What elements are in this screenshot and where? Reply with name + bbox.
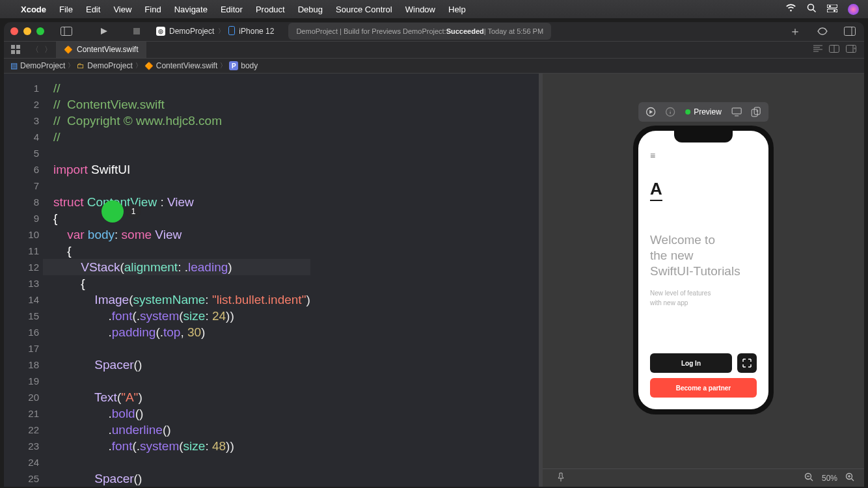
menubar-file[interactable]: File [59,5,73,14]
path-file[interactable]: ContentView.swift [156,61,218,70]
build-status[interactable]: DemoProject | Build for Previews DemoPro… [288,23,551,40]
back-icon[interactable]: 〈 [31,44,39,55]
zoom-level[interactable]: 50% [822,474,837,483]
preview-label: Preview [694,107,722,116]
svg-rect-8 [133,28,140,34]
xcode-window: ◎ DemoProject 〉 iPhone 12 DemoProject | … [4,22,864,487]
partner-button[interactable]: Become a partner [650,378,757,398]
spotlight-icon[interactable] [807,3,817,15]
preview-duplicate-icon[interactable]: + [748,105,765,119]
close-button[interactable] [10,27,18,35]
user-avatar-icon[interactable] [848,4,859,15]
window-toolbar: ◎ DemoProject 〉 iPhone 12 DemoProject | … [4,22,864,42]
svg-point-5 [834,10,835,12]
preview-status-dot-icon [685,109,690,115]
svg-rect-29 [732,108,741,114]
history-back-forward[interactable]: 〈 〉 [27,42,56,58]
minimap-icon[interactable] [813,45,822,55]
path-symbol[interactable]: body [241,61,258,70]
chevron-right-icon: 〉 [68,61,74,70]
project-icon: ▤ [10,61,18,70]
library-icon[interactable] [815,23,830,39]
current-line-highlight [43,259,310,275]
svg-rect-12 [11,45,15,49]
run-button[interactable] [96,23,112,39]
menubar-help[interactable]: Help [448,5,466,14]
vcs-annotation-badge[interactable] [102,200,124,223]
svg-rect-2 [827,5,837,8]
code-text[interactable]: // // ContentView.swift // Copyright © w… [53,80,310,487]
swift-file-icon: 🔶 [144,62,154,70]
preview-headline: Welcome to the new SwiftUI-Tutorials [650,232,757,279]
svg-rect-9 [229,26,235,34]
svg-line-40 [852,478,854,481]
inspector-toggle-icon[interactable] [842,23,858,39]
menubar-view[interactable]: View [113,5,131,14]
scheme-device-label: iPhone 12 [239,27,274,36]
scheme-selector[interactable]: ◎ DemoProject 〉 iPhone 12 [156,26,274,37]
forward-icon[interactable]: 〉 [44,44,52,55]
zoom-out-icon[interactable] [804,472,814,484]
svg-rect-10 [845,27,856,36]
preview-panel: Preview + ≡ A Welcome to the new SwiftUI… [539,74,864,487]
menubar-product[interactable]: Product [256,5,285,14]
menubar-source-control[interactable]: Source Control [336,5,392,14]
path-project[interactable]: DemoProject [20,61,65,70]
navigator-toggle-icon[interactable] [59,23,74,39]
zoom-button[interactable] [36,27,44,35]
phone-notch [674,131,733,142]
svg-rect-4 [827,9,837,12]
stop-button[interactable] [129,23,144,39]
svg-rect-13 [16,45,20,49]
preview-status[interactable]: Preview [681,107,726,116]
menubar-app[interactable]: Xcode [21,5,46,14]
svg-point-0 [808,5,814,10]
menubar-navigate[interactable]: Navigate [174,5,208,14]
minimize-button[interactable] [23,27,31,35]
line-gutter: 1234567891011121314151617181920212223242… [4,74,48,487]
list-bullet-icon: ≡ [650,150,757,161]
tab-contentview[interactable]: 🔶 ContentView.swift [56,42,146,58]
menubar-debug[interactable]: Debug [298,5,323,14]
qr-button[interactable] [737,353,757,373]
add-icon[interactable]: ＋ [787,23,803,39]
phone-screen[interactable]: ≡ A Welcome to the new SwiftUI-Tutorials… [638,131,768,409]
app-icon: ◎ [156,27,165,36]
iphone-icon [228,26,235,37]
swift-file-icon: 🔶 [64,46,73,54]
pin-preview-icon[interactable] [557,472,565,483]
chevron-right-icon: 〉 [135,61,142,70]
preview-letter: A [650,179,662,201]
code-area[interactable]: 1 // // ContentView.swift // Copyright ©… [48,74,310,487]
zoom-in-icon[interactable] [845,472,855,484]
svg-rect-14 [11,50,15,54]
menubar-editor[interactable]: Editor [221,5,243,14]
svg-rect-6 [61,27,72,36]
related-items-icon[interactable] [4,42,27,58]
preview-device-icon[interactable] [728,105,745,119]
svg-point-3 [829,5,831,7]
add-editor-icon[interactable]: + [846,45,856,55]
menubar-find[interactable]: Find [144,5,161,14]
menubar-edit[interactable]: Edit [86,5,100,14]
svg-text:+: + [755,108,759,114]
preview-live-icon[interactable] [642,105,659,119]
preview-inspect-icon[interactable] [662,105,679,119]
tab-label: ContentView.swift [77,45,139,54]
phone-mockup: ≡ A Welcome to the new SwiftUI-Tutorials… [633,126,774,414]
path-bar[interactable]: ▤ DemoProject 〉 🗀 DemoProject 〉 🔶 Conten… [4,59,864,74]
code-editor[interactable]: 1234567891011121314151617181920212223242… [4,74,539,487]
menubar-window[interactable]: Window [405,5,435,14]
login-button[interactable]: Log In [650,353,732,373]
preview-status-bar: 50% [543,468,864,487]
path-folder[interactable]: DemoProject [87,61,132,70]
svg-line-1 [813,10,816,12]
control-center-icon[interactable] [827,4,837,14]
build-status-result: Succeeded [446,27,484,35]
preview-subtext: New level of features with new app [650,288,757,308]
folder-icon: 🗀 [77,61,85,70]
property-icon: P [229,61,238,70]
macos-menubar: Xcode File Edit View Find Navigate Edito… [0,0,868,18]
adjust-editor-icon[interactable] [829,45,839,55]
wifi-icon[interactable] [785,4,796,14]
